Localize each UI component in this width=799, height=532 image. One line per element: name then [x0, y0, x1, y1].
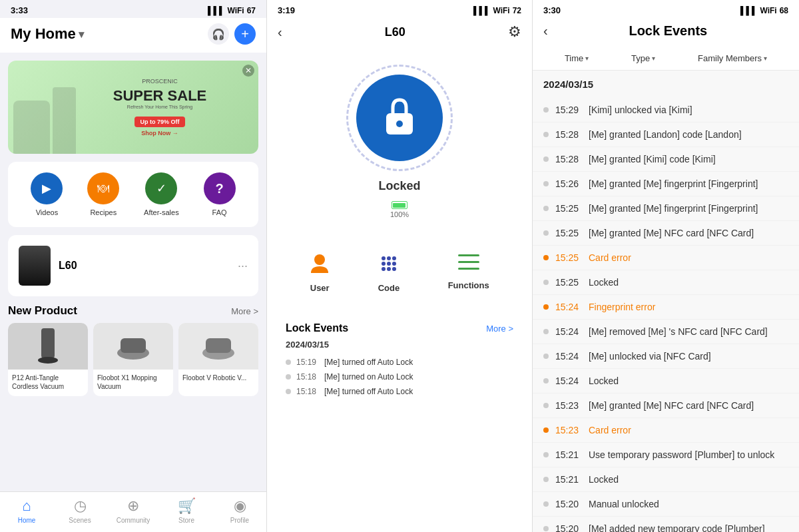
svg-rect-19: [458, 261, 479, 263]
event-time-14: 15:21: [555, 449, 582, 460]
videos-label: Videos: [36, 208, 58, 216]
event-desc-9: [Me] removed [Me] 's NFC card [NFC Card]: [589, 326, 768, 337]
event-time-4: 15:25: [555, 203, 582, 214]
lock-events-card: Lock Events More > 2024/03/15 15:19 [Me]…: [275, 312, 524, 409]
quick-icon-recipes[interactable]: 🍽 Recipes: [87, 172, 119, 216]
quick-icon-videos[interactable]: ▶ Videos: [31, 172, 63, 216]
add-button[interactable]: +: [234, 23, 256, 45]
event-dot-3: [543, 181, 549, 186]
code-func-icon: [378, 253, 400, 279]
signal-icons-lock: ▌▌▌ WiFi 72: [473, 6, 521, 15]
event-desc-0: [Kimi] unlocked via [Kimi]: [589, 105, 692, 115]
func-code[interactable]: Code: [378, 253, 400, 293]
lock-icon: [380, 95, 419, 141]
event-desc-2: [Me] granted [Kimi] code [Kimi]: [589, 154, 716, 164]
event-desc-15: Locked: [589, 474, 619, 485]
nav-profile[interactable]: ◉ Profile: [213, 497, 266, 524]
event-row-12: 15:23[Me] granted [Me] NFC card [NFC Car…: [533, 394, 799, 418]
lock-status-text: Locked: [378, 179, 420, 193]
nav-home[interactable]: ⌂ Home: [0, 497, 53, 524]
event-time-7: 15:25: [555, 277, 582, 288]
func-user[interactable]: User: [310, 253, 330, 293]
device-more-dots[interactable]: ···: [238, 259, 248, 273]
func-functions[interactable]: Functions: [448, 253, 489, 293]
quick-icon-faq[interactable]: ? FAQ: [204, 172, 236, 216]
lock-status-card: Locked 100%: [275, 49, 524, 234]
home-title-area[interactable]: My Home ▾: [11, 25, 84, 43]
community-nav-icon: ⊕: [127, 497, 139, 515]
lock-circle-inner[interactable]: [356, 75, 443, 161]
home-header-icons: 🎧 +: [208, 23, 256, 45]
event-dot-14: [543, 452, 549, 457]
filter-time[interactable]: Time ▾: [565, 53, 589, 63]
functions-svg-icon: [458, 253, 479, 272]
svg-point-7: [396, 121, 403, 127]
signal-bars-home: ▌▌▌: [208, 6, 225, 15]
signal-icons-home: ▌▌▌ WiFi 67: [208, 6, 256, 15]
event-desc-6: Card error: [589, 252, 631, 263]
banner-cta[interactable]: Shop Now →: [113, 130, 207, 136]
battery-home: 67: [247, 6, 256, 15]
product-card-1[interactable]: Floobot X1 Mopping Vacuum: [93, 323, 173, 396]
code-func-label: Code: [378, 283, 400, 293]
home-nav-icon: ⌂: [22, 497, 31, 515]
lock-event-1: 15:18 [Me] turned on Auto Lock: [286, 370, 513, 384]
event-dot-15: [543, 477, 549, 482]
event-desc-8: Fingerprint error: [589, 302, 655, 312]
phone-home: 3:33 ▌▌▌ WiFi 67 My Home ▾ 🎧 + ✕: [0, 0, 266, 532]
event-row-5: 15:25[Me] granted [Me] NFC card [NFC Car…: [533, 221, 799, 246]
event-rows: 15:29[Kimi] unlocked via [Kimi]15:28[Me]…: [533, 98, 799, 532]
event-desc-11: Locked: [589, 376, 619, 386]
events-back-button[interactable]: ‹: [543, 23, 548, 39]
event-desc-14: Use temporary password [Plumber] to unlo…: [589, 449, 774, 460]
signal-lock: ▌▌▌: [473, 6, 491, 15]
event-time-1: 15:28: [555, 129, 582, 140]
event-desc-4: [Me] granted [Me] fingerprint [Fingerpri…: [589, 203, 758, 214]
product-card-0[interactable]: P12 Anti-Tangle Cordless Vacuum: [8, 323, 88, 396]
product-card-2[interactable]: Floobot V Robotic V...: [178, 323, 258, 396]
battery-percentage: 100%: [390, 210, 409, 218]
quick-icon-aftersales[interactable]: ✓ After-sales: [144, 172, 179, 216]
status-bar-events: 3:30 ▌▌▌ WiFi 68: [533, 0, 799, 18]
signal-icons-events: ▌▌▌ WiFi 68: [740, 6, 788, 15]
new-product-section: New Product More > P12 Anti-Tangle Cordl…: [8, 304, 258, 396]
lock-settings-button[interactable]: ⚙: [508, 23, 521, 41]
event-time-2: 15:18: [296, 387, 319, 396]
product-img-1: [93, 323, 173, 370]
faq-icon: ?: [215, 181, 223, 196]
status-bar-lock: 3:19 ▌▌▌ WiFi 72: [267, 0, 532, 18]
nav-store[interactable]: 🛒 Store: [160, 497, 213, 524]
event-row-1: 15:28[Me] granted [Landon] code [Landon]: [533, 123, 799, 147]
phone-lock-events: 3:30 ▌▌▌ WiFi 68 ‹ Lock Events Time ▾ Ty…: [533, 0, 799, 532]
functions-func-label: Functions: [448, 280, 489, 290]
headphone-button[interactable]: 🎧: [208, 23, 229, 45]
lock-back-button[interactable]: ‹: [278, 25, 282, 40]
event-desc-13: Card error: [589, 425, 631, 435]
event-row-9: 15:24[Me] removed [Me] 's NFC card [NFC …: [533, 320, 799, 344]
banner-close-button[interactable]: ✕: [242, 65, 254, 77]
product-name-1: Floobot X1 Mopping Vacuum: [93, 370, 173, 396]
new-product-more[interactable]: More >: [231, 306, 258, 316]
filter-type-label: Type: [631, 53, 650, 63]
lock-event-0: 15:19 [Me] turned off Auto Lock: [286, 355, 513, 370]
event-time-3: 15:26: [555, 178, 582, 189]
product-image-1: [13, 101, 50, 154]
wifi-lock: WiFi: [493, 6, 509, 15]
recipes-label: Recipes: [90, 208, 117, 216]
home-nav-label: Home: [18, 517, 36, 524]
event-dot-11: [543, 378, 549, 384]
event-row-16: 15:20Manual unlocked: [533, 492, 799, 517]
nav-community[interactable]: ⊕ Community: [107, 497, 160, 524]
event-desc-12: [Me] granted [Me] NFC card [NFC Card]: [589, 400, 754, 411]
filter-family[interactable]: Family Members ▾: [698, 53, 767, 63]
filter-type[interactable]: Type ▾: [631, 53, 655, 63]
event-desc-16: Manual unlocked: [589, 499, 659, 509]
lock-events-more[interactable]: More >: [486, 324, 513, 334]
event-desc-1: [Me] turned on Auto Lock: [324, 372, 413, 382]
device-card-l60[interactable]: L60 ···: [8, 235, 258, 296]
recipes-icon-circle: 🍽: [87, 172, 119, 204]
event-row-4: 15:25[Me] granted [Me] fingerprint [Fing…: [533, 196, 799, 221]
nav-scenes[interactable]: ◷ Scenes: [53, 497, 107, 524]
banner-products: [13, 87, 76, 154]
new-product-header: New Product More >: [8, 304, 258, 318]
